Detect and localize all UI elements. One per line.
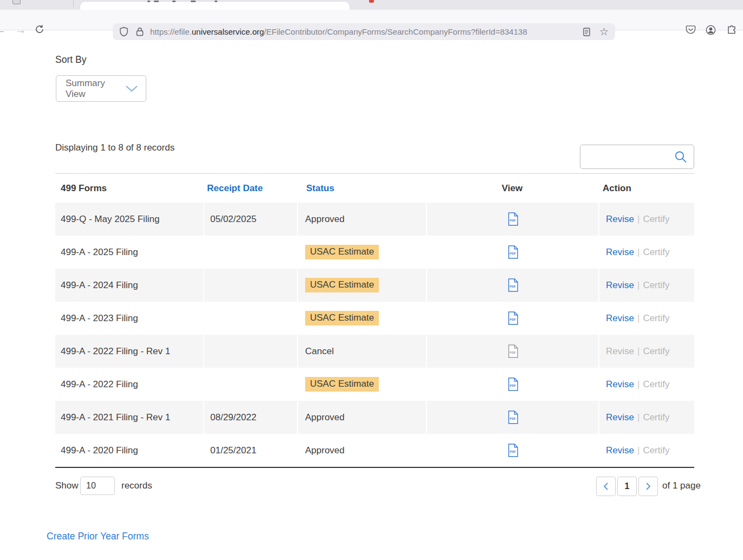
revise-link[interactable]: Revise: [606, 214, 634, 225]
records-label: records: [121, 480, 152, 491]
tab-divider: [73, 0, 74, 7]
svg-text:PDF: PDF: [509, 318, 516, 321]
revise-link[interactable]: Revise: [606, 445, 634, 456]
chevron-left-icon: [602, 482, 610, 491]
table-row: 499-A - 2023 Filing USAC Estimate PDF Re…: [55, 302, 694, 335]
receipt-date: [203, 368, 297, 401]
header-receipt-date: Receipt Date: [203, 183, 297, 194]
shield-icon[interactable]: [119, 27, 128, 37]
revise-link[interactable]: Revise: [606, 313, 634, 324]
pdf-icon[interactable]: PDF: [507, 411, 519, 424]
view-mode-dropdown[interactable]: Summary View: [56, 75, 146, 102]
status-badge: USAC Estimate: [305, 377, 379, 392]
svg-text:PDF: PDF: [509, 384, 516, 387]
records-summary: Displaying 1 to 8 of 8 records: [55, 142, 175, 153]
tab-title-fragment: [154, 1, 159, 2]
svg-text:PDF: PDF: [509, 450, 516, 453]
reader-mode-icon[interactable]: [583, 28, 590, 36]
chevron-down-icon: [125, 85, 138, 93]
records-per-page-input[interactable]: [80, 477, 115, 495]
page-count-label: of 1 page: [662, 480, 701, 491]
previous-page-button[interactable]: [596, 477, 616, 496]
sort-by-label: Sort By: [55, 54, 86, 66]
certify-link[interactable]: Certify: [643, 412, 669, 423]
search-input[interactable]: [587, 152, 673, 162]
svg-text:PDF: PDF: [509, 219, 516, 222]
status-sort-link[interactable]: Status: [306, 183, 334, 194]
action-separator: |: [637, 412, 639, 423]
form-name: 499-A - 2021 Filing - Rev 1: [55, 401, 203, 434]
status-text: Approved: [305, 445, 345, 456]
header-view: View: [426, 183, 598, 194]
next-page-button[interactable]: [638, 477, 658, 496]
receipt-date: 05/02/2025: [203, 203, 297, 236]
pdf-icon[interactable]: PDF: [507, 311, 519, 325]
tab-favicon-fragment: [369, 0, 374, 3]
certify-link[interactable]: Certify: [643, 313, 669, 324]
extensions-icon[interactable]: [727, 25, 736, 35]
pdf-icon[interactable]: PDF: [507, 212, 519, 226]
table-row: 499-A - 2025 Filing USAC Estimate PDF Re…: [55, 236, 694, 269]
certify-link[interactable]: Certify: [643, 445, 669, 456]
revise-link[interactable]: Revise: [606, 379, 634, 390]
table-row: 499-A - 2022 Filing - Rev 1 Cancel PDF R…: [55, 335, 694, 368]
action-separator: |: [637, 214, 639, 225]
receipt-date: 08/29/2022: [203, 401, 297, 434]
svg-text:PDF: PDF: [509, 285, 516, 288]
page-number: 1: [625, 481, 630, 491]
table-row: 499-A - 2022 Filing USAC Estimate PDF Re…: [55, 368, 694, 401]
certify-link[interactable]: Certify: [643, 280, 669, 291]
account-icon[interactable]: [706, 25, 716, 35]
pdf-icon[interactable]: PDF: [507, 245, 519, 259]
certify-link[interactable]: Certify: [643, 214, 669, 225]
action-separator: |: [637, 445, 639, 456]
svg-text:PDF: PDF: [509, 252, 516, 255]
search-icon[interactable]: [673, 149, 688, 165]
certify-link[interactable]: Certify: [643, 379, 669, 390]
pdf-icon[interactable]: PDF: [507, 377, 519, 391]
pdf-icon-disabled: PDF: [507, 344, 519, 358]
back-icon[interactable]: ←: [0, 23, 6, 37]
revise-link[interactable]: Revise: [606, 412, 634, 423]
form-name: 499-A - 2022 Filing: [55, 368, 203, 401]
action-separator: |: [637, 280, 639, 291]
action-separator: |: [637, 247, 639, 258]
status-text: Cancel: [305, 346, 334, 357]
tab-title-fragment: [172, 1, 176, 2]
lock-icon[interactable]: [136, 27, 144, 36]
sidebar-toggle-icon[interactable]: [12, 0, 21, 4]
forward-icon[interactable]: →: [15, 23, 26, 37]
reload-icon[interactable]: [35, 24, 44, 34]
url-text: https://efile.universalservice.org/EFile…: [150, 27, 527, 36]
pdf-icon[interactable]: PDF: [507, 444, 519, 457]
svg-text:PDF: PDF: [509, 351, 516, 354]
tab-title-fragment: [215, 1, 217, 2]
action-separator: |: [637, 313, 639, 324]
current-page-box[interactable]: 1: [617, 477, 637, 496]
header-action: Action: [598, 183, 694, 194]
revise-link[interactable]: Revise: [606, 247, 634, 258]
pdf-icon[interactable]: PDF: [507, 278, 519, 292]
form-name: 499-A - 2024 Filing: [55, 269, 203, 302]
certify-link-disabled: Certify: [643, 346, 669, 357]
status-badge: USAC Estimate: [305, 311, 379, 325]
view-mode-value: Summary View: [66, 78, 125, 100]
bookmark-star-icon[interactable]: ☆: [599, 25, 609, 38]
table-row: 499-Q - May 2025 Filing 05/02/2025 Appro…: [55, 203, 694, 236]
status-badge: USAC Estimate: [305, 245, 379, 259]
receipt-date: [203, 335, 297, 368]
table-header-row: 499 Forms Receipt Date Status View Actio…: [55, 174, 694, 203]
certify-link[interactable]: Certify: [643, 247, 669, 258]
active-tab[interactable]: [80, 2, 350, 10]
table-row: 499-A - 2024 Filing USAC Estimate PDF Re…: [55, 269, 694, 302]
url-bar[interactable]: https://efile.universalservice.org/EFile…: [113, 23, 615, 40]
receipt-date: [203, 302, 297, 335]
form-name: 499-A - 2025 Filing: [55, 236, 203, 269]
pocket-icon[interactable]: [686, 25, 696, 35]
receipt-date-sort-link[interactable]: Receipt Date: [207, 183, 263, 194]
revise-link[interactable]: Revise: [606, 280, 634, 291]
receipt-date: 01/25/2021: [203, 434, 297, 467]
create-prior-year-forms-link[interactable]: Create Prior Year Forms: [47, 531, 149, 542]
show-label: Show: [55, 480, 79, 491]
forms-table: 499 Forms Receipt Date Status View Actio…: [55, 173, 694, 468]
